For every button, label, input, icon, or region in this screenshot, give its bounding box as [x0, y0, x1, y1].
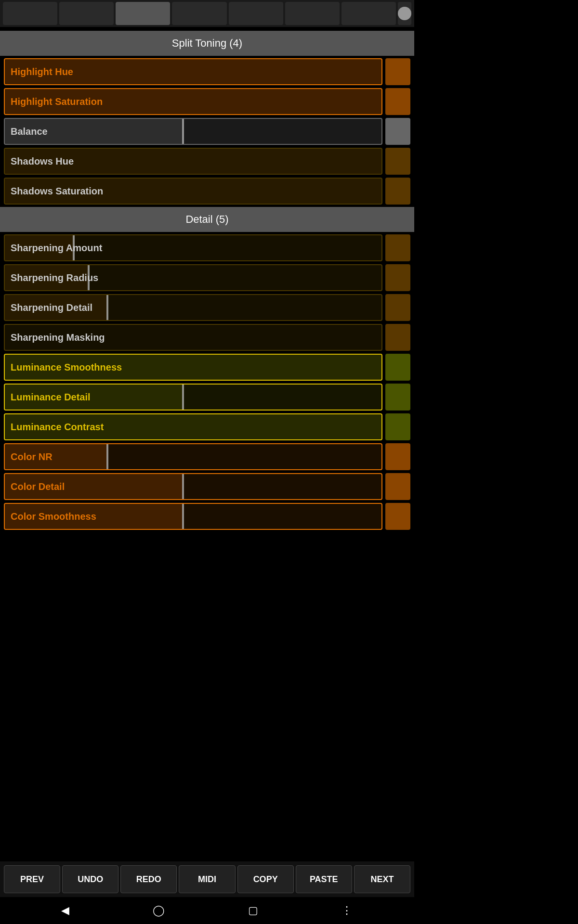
tab-6[interactable] [285, 2, 340, 25]
color-smoothness-label: Color Smoothness [11, 511, 96, 522]
bottom-toolbar: PREV UNDO REDO MIDI COPY PASTE NEXT [0, 861, 414, 897]
detail-header: Detail (5) [0, 207, 414, 232]
luminance-detail-label: Luminance Detail [11, 392, 91, 403]
sharpening-detail-row: Sharpening Detail [4, 294, 410, 321]
sharpening-masking-swatch [385, 324, 410, 351]
split-toning-header: Split Toning (4) [0, 31, 414, 56]
redo-button[interactable]: REDO [120, 865, 177, 893]
balance-slider[interactable]: Balance [4, 118, 382, 145]
undo-button[interactable]: UNDO [62, 865, 118, 893]
sharpening-radius-row: Sharpening Radius [4, 264, 410, 292]
sharpening-masking-label: Sharpening Masking [11, 332, 105, 343]
home-icon[interactable]: ◯ [153, 904, 165, 917]
shadows-saturation-row: Shadows Saturation [4, 177, 410, 205]
highlight-hue-slider[interactable]: Highlight Hue [4, 58, 382, 85]
color-detail-row: Color Detail [4, 473, 410, 500]
highlight-hue-row: Highlight Hue [4, 58, 410, 86]
color-smoothness-swatch [385, 503, 410, 530]
highlight-saturation-row: Highlight Saturation [4, 88, 410, 116]
luminance-contrast-row: Luminance Contrast [4, 413, 410, 441]
balance-swatch [385, 118, 410, 145]
sharpening-amount-slider[interactable]: Sharpening Amount [4, 234, 382, 261]
highlight-hue-swatch [385, 58, 410, 85]
shadows-hue-slider[interactable]: Shadows Hue [4, 148, 382, 175]
tab-3[interactable] [116, 2, 170, 25]
tab-7[interactable] [342, 2, 396, 25]
sharpening-amount-row: Sharpening Amount [4, 234, 410, 262]
tab-1[interactable] [3, 2, 57, 25]
shadows-hue-swatch [385, 148, 410, 175]
copy-button[interactable]: COPY [237, 865, 294, 893]
highlight-saturation-swatch [385, 88, 410, 115]
luminance-contrast-label: Luminance Contrast [11, 422, 104, 433]
sharpening-amount-label: Sharpening Amount [11, 243, 102, 254]
sharpening-detail-label: Sharpening Detail [11, 302, 92, 313]
tab-5[interactable] [229, 2, 283, 25]
balance-row: Balance [4, 117, 410, 145]
luminance-contrast-swatch [385, 413, 410, 440]
luminance-smoothness-swatch [385, 354, 410, 381]
menu-dots-icon[interactable]: ⋮ [342, 904, 353, 917]
content-area: Split Toning (4) Highlight Hue Highlight… [0, 27, 414, 597]
color-detail-slider[interactable]: Color Detail [4, 473, 382, 500]
color-nr-slider[interactable]: Color NR [4, 443, 382, 470]
detail-label: Detail (5) [185, 213, 228, 226]
system-nav-bar: ◀ ◯ ▢ ⋮ [0, 897, 414, 924]
recents-icon[interactable]: ▢ [248, 904, 258, 917]
luminance-smoothness-row: Luminance Smoothness [4, 353, 410, 381]
luminance-smoothness-slider[interactable]: Luminance Smoothness [4, 354, 382, 381]
sharpening-detail-slider[interactable]: Sharpening Detail [4, 294, 382, 321]
tab-2[interactable] [59, 2, 114, 25]
prev-button[interactable]: PREV [4, 865, 60, 893]
color-nr-label: Color NR [11, 451, 53, 462]
main-wrapper: Split Toning (4) Highlight Hue Highlight… [0, 27, 414, 534]
color-detail-label: Color Detail [11, 481, 65, 492]
top-tab-bar [0, 0, 414, 27]
luminance-detail-row: Luminance Detail [4, 383, 410, 411]
balance-label: Balance [11, 126, 48, 137]
split-toning-label: Split Toning (4) [172, 37, 242, 50]
luminance-detail-slider[interactable]: Luminance Detail [4, 384, 382, 411]
shadows-saturation-label: Shadows Saturation [11, 186, 103, 197]
shadows-hue-label: Shadows Hue [11, 156, 74, 167]
highlight-hue-label: Highlight Hue [11, 66, 73, 77]
color-smoothness-row: Color Smoothness [4, 502, 410, 530]
color-nr-row: Color NR [4, 443, 410, 471]
midi-button[interactable]: MIDI [179, 865, 235, 893]
sharpening-radius-slider[interactable]: Sharpening Radius [4, 264, 382, 291]
tab-circle-icon [398, 7, 411, 20]
shadows-saturation-slider[interactable]: Shadows Saturation [4, 178, 382, 205]
shadows-hue-row: Shadows Hue [4, 147, 410, 175]
sharpening-detail-swatch [385, 294, 410, 321]
shadows-saturation-swatch [385, 178, 410, 205]
color-nr-swatch [385, 443, 410, 470]
paste-button[interactable]: PASTE [296, 865, 352, 893]
sharpening-radius-swatch [385, 264, 410, 291]
highlight-saturation-slider[interactable]: Highlight Saturation [4, 88, 382, 115]
tab-4[interactable] [172, 2, 226, 25]
luminance-detail-swatch [385, 384, 410, 411]
luminance-contrast-slider[interactable]: Luminance Contrast [4, 413, 382, 440]
luminance-smoothness-label: Luminance Smoothness [11, 362, 122, 373]
highlight-saturation-label: Highlight Saturation [11, 96, 103, 107]
next-button[interactable]: NEXT [354, 865, 410, 893]
sharpening-masking-row: Sharpening Masking [4, 323, 410, 351]
back-icon[interactable]: ◀ [61, 904, 69, 917]
color-smoothness-slider[interactable]: Color Smoothness [4, 503, 382, 530]
sharpening-masking-slider[interactable]: Sharpening Masking [4, 324, 382, 351]
sharpening-amount-swatch [385, 234, 410, 261]
color-detail-swatch [385, 473, 410, 500]
sharpening-radius-label: Sharpening Radius [11, 272, 98, 283]
tab-8[interactable] [398, 2, 411, 25]
